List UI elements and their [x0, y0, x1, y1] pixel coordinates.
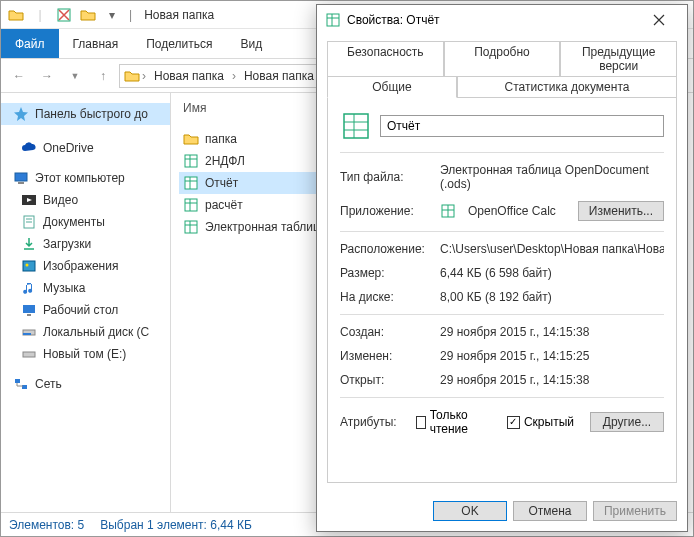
tab-view[interactable]: Вид [226, 29, 276, 58]
recent-locations-button[interactable]: ▼ [63, 64, 87, 88]
chevron-right-icon[interactable]: › [232, 69, 236, 83]
tab-share[interactable]: Поделиться [132, 29, 226, 58]
divider [340, 231, 664, 232]
nav-label: Локальный диск (С [43, 325, 149, 339]
svg-rect-31 [344, 114, 368, 138]
nav-desktop[interactable]: Рабочий стол [1, 299, 170, 321]
dialog-title: Свойства: Отчёт [347, 13, 440, 27]
navigation-pane: Панель быстрого до OneDrive Этот компьют… [1, 93, 171, 512]
file-name: расчёт [205, 198, 243, 212]
new-folder-qat-icon[interactable] [77, 4, 99, 26]
music-icon [21, 280, 37, 296]
created-label: Создан: [340, 325, 432, 339]
checkbox-icon [416, 416, 426, 429]
openoffice-icon [440, 203, 456, 219]
nav-label: Рабочий стол [43, 303, 118, 317]
quick-access-toolbar: | ▾ | [5, 4, 136, 26]
nav-label: Загрузки [43, 237, 91, 251]
spreadsheet-icon [183, 197, 199, 213]
nav-label: Этот компьютер [35, 171, 125, 185]
svg-rect-25 [185, 221, 197, 233]
nav-label: Новый том (E:) [43, 347, 126, 361]
filename-input[interactable]: Отчёт [380, 115, 664, 137]
nav-label: Изображения [43, 259, 118, 273]
attributes-row: Атрибуты: Только чтение Скрытый Другие..… [340, 408, 664, 436]
tab-previous-versions[interactable]: Предыдущие версии [560, 41, 677, 76]
change-app-button[interactable]: Изменить... [578, 201, 664, 221]
nav-this-pc[interactable]: Этот компьютер [1, 167, 170, 189]
back-button[interactable]: ← [7, 64, 31, 88]
nav-label: Сеть [35, 377, 62, 391]
status-count: Элементов: 5 [9, 518, 84, 532]
document-icon [21, 214, 37, 230]
cancel-button[interactable]: Отмена [513, 501, 587, 521]
chevron-right-icon[interactable]: › [142, 69, 146, 83]
nav-network[interactable]: Сеть [1, 373, 170, 395]
tab-file[interactable]: Файл [1, 29, 59, 58]
network-icon [13, 376, 29, 392]
nav-label: Панель быстрого до [35, 107, 148, 121]
readonly-checkbox[interactable]: Только чтение [416, 408, 487, 436]
crumb-1[interactable]: Новая папка [148, 69, 230, 83]
location-value: C:\Users\user\Desktop\Новая папка\Новая … [440, 242, 664, 256]
tab-panel-general: Отчёт Тип файла:Электронная таблица Open… [327, 97, 677, 483]
nav-pictures[interactable]: Изображения [1, 255, 170, 277]
cloud-icon [21, 140, 37, 156]
nav-music[interactable]: Музыка [1, 277, 170, 299]
size-value: 6,44 КБ (6 598 байт) [440, 266, 664, 280]
divider [340, 314, 664, 315]
file-name: Электронная таблиц [205, 220, 320, 234]
tab-document-stats[interactable]: Статистика документа [457, 76, 677, 97]
svg-rect-10 [27, 314, 31, 316]
crumb-2[interactable]: Новая папка [238, 69, 320, 83]
tab-details[interactable]: Подробно [444, 41, 561, 76]
app-value: OpenOffice Calc [468, 204, 570, 218]
nav-downloads[interactable]: Загрузки [1, 233, 170, 255]
tab-strip: Безопасность Подробно Предыдущие версии … [317, 35, 687, 97]
divider [340, 397, 664, 398]
ok-button[interactable]: OK [433, 501, 507, 521]
folder-icon [5, 4, 27, 26]
properties-qat-icon[interactable] [53, 4, 75, 26]
accessed-value: 29 ноября 2015 г., 14:15:38 [440, 373, 664, 387]
qat-dropdown-icon[interactable]: ▾ [101, 4, 123, 26]
forward-button[interactable]: → [35, 64, 59, 88]
attributes-label: Атрибуты: [340, 415, 408, 429]
spreadsheet-icon [183, 175, 199, 191]
up-button[interactable]: ↑ [91, 64, 115, 88]
created-value: 29 ноября 2015 г., 14:15:38 [440, 325, 664, 339]
other-attributes-button[interactable]: Другие... [590, 412, 664, 432]
folder-icon [124, 68, 140, 84]
svg-rect-14 [15, 379, 20, 383]
filename-row: Отчёт [340, 110, 664, 142]
dialog-buttons: OK Отмена Применить [317, 493, 687, 531]
nav-quick-access[interactable]: Панель быстрого до [1, 103, 170, 125]
status-selection: Выбран 1 элемент: 6,44 КБ [100, 518, 252, 532]
tab-general[interactable]: Общие [327, 76, 457, 98]
nav-videos[interactable]: Видео [1, 189, 170, 211]
spreadsheet-icon [183, 219, 199, 235]
tab-home[interactable]: Главная [59, 29, 133, 58]
file-type-icon [340, 110, 372, 142]
disk-icon [21, 346, 37, 362]
apply-button[interactable]: Применить [593, 501, 677, 521]
title-separator: | [129, 8, 132, 22]
svg-rect-19 [185, 177, 197, 189]
nav-label: Видео [43, 193, 78, 207]
file-name: 2НДФЛ [205, 154, 245, 168]
window-title: Новая папка [144, 8, 214, 22]
tab-security[interactable]: Безопасность [327, 41, 444, 76]
ondisk-value: 8,00 КБ (8 192 байт) [440, 290, 664, 304]
nav-local-disk[interactable]: Локальный диск (С [1, 321, 170, 343]
hidden-checkbox[interactable]: Скрытый [507, 415, 574, 429]
nav-documents[interactable]: Документы [1, 211, 170, 233]
accessed-label: Открыт: [340, 373, 432, 387]
close-button[interactable] [639, 6, 679, 34]
nav-onedrive[interactable]: OneDrive [1, 137, 170, 159]
download-icon [21, 236, 37, 252]
svg-rect-13 [23, 352, 35, 357]
nav-new-volume[interactable]: Новый том (E:) [1, 343, 170, 365]
app-label: Приложение: [340, 204, 432, 218]
svg-point-8 [26, 264, 29, 267]
checkbox-checked-icon [507, 416, 520, 429]
